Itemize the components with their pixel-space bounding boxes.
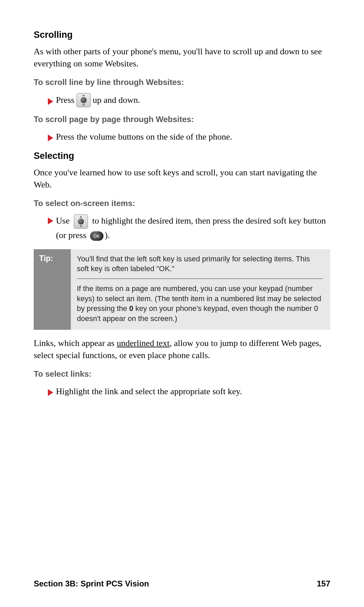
- text-close-paren: ).: [105, 230, 110, 240]
- ok-button-icon: OK: [90, 231, 103, 241]
- tip-label: Tip:: [34, 249, 71, 330]
- bullet-select-text: Use to highlight the desired item, then …: [56, 214, 330, 242]
- tip-para-1: You'll find that the left soft key is us…: [77, 254, 323, 274]
- subhead-select-links: To select links:: [34, 369, 330, 379]
- nav-key-icon: [77, 93, 91, 107]
- triangle-icon: [48, 98, 53, 105]
- tip-para-2: If the items on a page are numbered, you…: [77, 284, 323, 324]
- footer-page-number: 157: [317, 579, 330, 588]
- bullet-scroll-page: Press the volume buttons on the side of …: [48, 130, 330, 143]
- tip-body: You'll find that the left soft key is us…: [71, 249, 330, 330]
- triangle-icon: [48, 135, 53, 141]
- heading-selecting: Selecting: [34, 151, 330, 161]
- triangle-icon: [48, 389, 53, 396]
- links-underlined: underlined text: [117, 338, 170, 348]
- para-selecting-intro: Once you've learned how to use soft keys…: [34, 167, 330, 191]
- text-use: Use: [56, 216, 69, 226]
- bullet-select-links: Highlight the link and select the approp…: [48, 385, 330, 398]
- para-scrolling-intro: As with other parts of your phone's menu…: [34, 46, 330, 70]
- subhead-select-items: To select on-screen items:: [34, 199, 330, 208]
- text-highlight-link: Highlight the link and select the approp…: [56, 385, 242, 398]
- nav-key-icon: [74, 214, 88, 229]
- bullet-scroll-line: Press up and down.: [48, 93, 330, 107]
- heading-scrolling: Scrolling: [34, 30, 330, 40]
- subhead-scroll-page: To scroll page by page through Websites:: [34, 115, 330, 124]
- triangle-icon: [48, 218, 53, 224]
- tip-divider: [77, 279, 323, 279]
- para-links: Links, which appear as underlined text, …: [34, 337, 330, 362]
- tip-2b: 0: [129, 304, 133, 313]
- text-volume: Press the volume buttons on the side of …: [56, 130, 232, 143]
- page-footer: Section 3B: Sprint PCS Vision 157: [34, 579, 330, 588]
- tip-callout: Tip: You'll find that the left soft key …: [34, 249, 330, 330]
- links-a: Links, which appear as: [34, 338, 117, 348]
- bullet-select-items: Use to highlight the desired item, then …: [48, 214, 330, 242]
- text-up-down: up and down.: [93, 93, 140, 107]
- subhead-scroll-line: To scroll line by line through Websites:: [34, 78, 330, 87]
- text-press: Press: [56, 93, 74, 107]
- footer-section: Section 3B: Sprint PCS Vision: [34, 579, 149, 588]
